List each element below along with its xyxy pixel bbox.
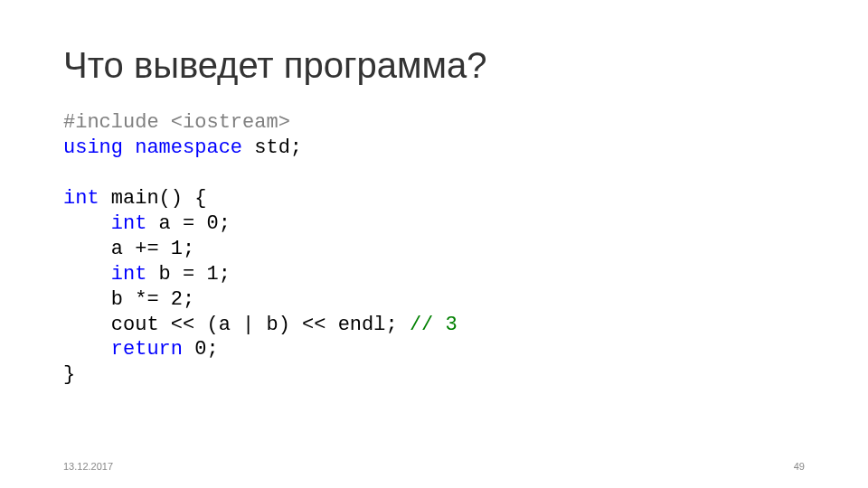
code-text: a += 1; [63,238,194,260]
code-comment: // 3 [410,314,458,336]
code-text: b = 1; [146,263,230,286]
code-text: 0; [183,338,219,361]
code-keyword: int [63,187,99,210]
code-text [123,136,135,159]
footer-page-number: 49 [794,461,805,472]
code-keyword: namespace [135,136,242,159]
code-block: #include <iostream> using namespace std;… [63,110,805,388]
code-preprocessor: #include [63,111,159,134]
code-text [63,212,111,235]
code-text: main() { [99,187,207,210]
code-text [63,338,111,361]
slide: Что выведет программа? #include <iostrea… [0,0,868,488]
code-text [63,263,111,286]
code-keyword: return [111,338,183,361]
code-text: cout << (a | b) << endl; [63,314,410,336]
code-text [159,111,171,134]
code-text: b *= 2; [63,288,194,311]
footer-date: 13.12.2017 [63,461,113,472]
code-text: } [63,363,75,386]
code-keyword: using [63,136,123,159]
code-header: <iostream> [171,111,290,134]
code-keyword: int [111,212,147,235]
slide-title: Что выведет программа? [63,45,805,85]
code-text: std; [242,136,302,159]
code-keyword: int [111,263,147,286]
code-text: a = 0; [146,212,230,235]
